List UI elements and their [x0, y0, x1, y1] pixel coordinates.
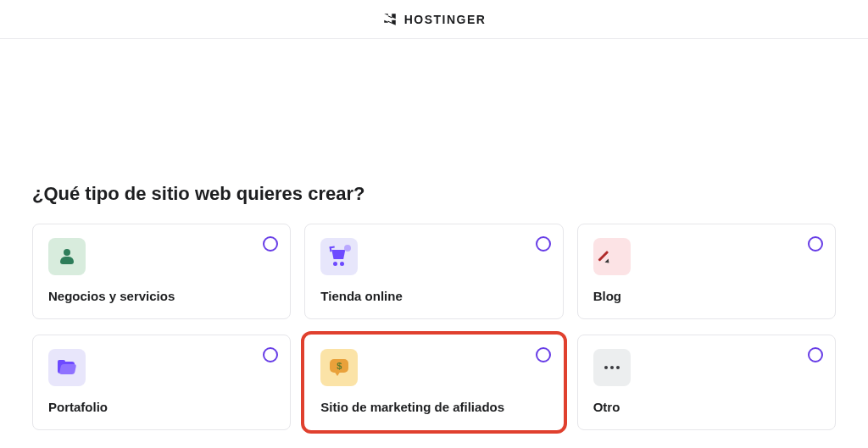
radio-unchecked-icon[interactable]	[536, 236, 551, 252]
brand-mark-icon	[382, 12, 398, 27]
radio-unchecked-icon[interactable]	[263, 236, 278, 252]
chat-dollar-icon: $	[320, 349, 358, 386]
option-label: Blog	[593, 289, 820, 303]
radio-unchecked-icon[interactable]	[808, 347, 823, 362]
option-label: Tienda online	[320, 289, 547, 303]
radio-unchecked-icon[interactable]	[808, 236, 823, 252]
main-content: ¿Qué tipo de sitio web quieres crear? Ne…	[0, 183, 868, 430]
pencil-icon	[593, 238, 631, 275]
question-heading: ¿Qué tipo de sitio web quieres crear?	[32, 183, 836, 205]
brand-name: HOSTINGER	[404, 13, 487, 26]
option-business[interactable]: Negocios y servicios	[32, 224, 291, 319]
cart-icon	[320, 238, 358, 275]
radio-unchecked-icon[interactable]	[263, 347, 278, 362]
option-label: Portafolio	[48, 400, 275, 414]
option-blog[interactable]: Blog	[577, 224, 836, 319]
person-icon	[48, 238, 86, 275]
option-affiliate[interactable]: $ Sitio de marketing de afiliados	[304, 335, 563, 430]
option-portfolio[interactable]: Portafolio	[32, 335, 291, 430]
option-label: Sitio de marketing de afiliados	[320, 400, 547, 414]
radio-unchecked-icon[interactable]	[536, 347, 551, 362]
folder-icon	[48, 349, 86, 386]
dots-icon	[593, 349, 631, 386]
option-label: Otro	[593, 400, 820, 414]
option-store[interactable]: Tienda online	[304, 224, 563, 319]
website-type-grid: Negocios y servicios Tienda online Blog …	[32, 224, 836, 430]
header: HOSTINGER	[0, 0, 868, 39]
option-other[interactable]: Otro	[577, 335, 836, 430]
option-label: Negocios y servicios	[48, 289, 275, 303]
brand-logo: HOSTINGER	[382, 12, 487, 27]
